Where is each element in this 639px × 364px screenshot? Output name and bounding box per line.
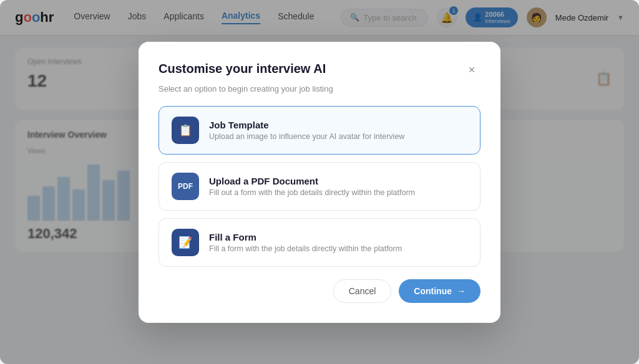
job-template-text: Job Template Upload an image to influenc…	[209, 120, 467, 141]
job-template-title: Job Template	[209, 120, 467, 130]
modal-title: Customise your interview AI	[159, 62, 326, 76]
upload-pdf-desc: Fill out a form with the job details dir…	[209, 188, 467, 197]
fill-form-desc: Fill a form with the job details directl…	[209, 244, 467, 253]
modal: Customise your interview AI × Select an …	[139, 42, 500, 323]
close-button[interactable]: ×	[463, 62, 480, 79]
job-template-desc: Upload an image to influence your AI ava…	[209, 132, 467, 141]
modal-header: Customise your interview AI ×	[159, 62, 480, 79]
continue-button[interactable]: Continue →	[399, 279, 480, 303]
upload-pdf-text: Upload a PDF Document Fill out a form wi…	[209, 176, 467, 197]
option-job-template[interactable]: 📋 Job Template Upload an image to influe…	[159, 106, 480, 155]
job-template-icon: 📋	[172, 117, 199, 144]
modal-overlay[interactable]: Customise your interview AI × Select an …	[0, 0, 639, 364]
modal-subtitle: Select an option to begin creating your …	[159, 84, 480, 93]
option-fill-form[interactable]: 📝 Fill a Form Fill a form with the job d…	[159, 218, 480, 267]
cancel-button[interactable]: Cancel	[333, 279, 392, 303]
fill-form-text: Fill a Form Fill a form with the job det…	[209, 232, 467, 253]
upload-pdf-icon: PDF	[172, 173, 199, 200]
arrow-right-icon: →	[457, 286, 466, 296]
fill-form-icon: 📝	[172, 229, 199, 256]
continue-label: Continue	[414, 286, 452, 296]
modal-footer: Cancel Continue →	[159, 279, 480, 303]
upload-pdf-title: Upload a PDF Document	[209, 176, 467, 186]
fill-form-title: Fill a Form	[209, 232, 467, 242]
option-upload-pdf[interactable]: PDF Upload a PDF Document Fill out a for…	[159, 162, 480, 211]
